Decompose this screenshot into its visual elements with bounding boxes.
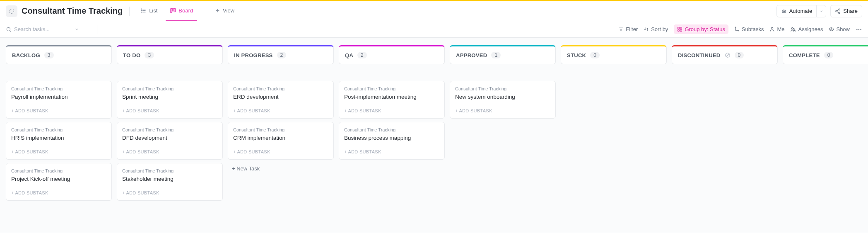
svg-point-6 — [141, 12, 142, 12]
task-card[interactable]: Consultant Time TrackingPayroll implemen… — [6, 81, 112, 119]
me-label: Me — [777, 26, 784, 32]
new-task-button[interactable]: + New Task — [228, 163, 334, 174]
group-by-button[interactable]: Group by: Status — [674, 24, 728, 34]
show-button[interactable]: Show — [829, 26, 850, 32]
group-by-label: Group by: Status — [685, 26, 725, 32]
search-input[interactable] — [14, 26, 72, 32]
subtasks-button[interactable]: Subtasks — [734, 26, 764, 32]
card-project: Consultant Time Tracking — [344, 127, 439, 132]
card-title: Business process mapping — [344, 135, 439, 141]
svg-point-5 — [141, 10, 142, 11]
add-subtask-button[interactable]: + ADD SUBTASK — [122, 190, 217, 195]
filter-button[interactable]: Filter — [618, 26, 638, 32]
me-button[interactable]: Me — [769, 26, 784, 32]
sort-button[interactable]: Sort by — [644, 26, 668, 32]
plus-icon — [215, 8, 220, 13]
add-subtask-button[interactable]: + ADD SUBTASK — [233, 149, 328, 154]
column-title: COMPLETE — [789, 52, 820, 58]
automate-caret[interactable] — [816, 5, 826, 17]
chevron-down-icon — [819, 9, 823, 13]
column-title: DISCONTINUED — [678, 52, 721, 58]
column-count: 3 — [44, 52, 54, 58]
svg-point-33 — [792, 27, 793, 29]
svg-point-35 — [831, 29, 832, 30]
more-menu-button[interactable] — [856, 26, 862, 33]
page-title: Consultant Time Tracking — [22, 6, 123, 16]
add-subtask-button[interactable]: + ADD SUBTASK — [344, 149, 439, 154]
column-header[interactable]: IN PROGRESS2 — [228, 45, 334, 64]
filter-label: Filter — [626, 26, 638, 32]
show-label: Show — [836, 26, 850, 32]
column-header[interactable]: DISCONTINUED0 — [672, 45, 778, 64]
column-cards: Consultant Time TrackingSprint meeting+ … — [117, 81, 223, 201]
add-view-label: View — [223, 7, 234, 14]
column-title: STUCK — [567, 52, 586, 58]
card-title: Sprint meeting — [122, 94, 217, 100]
sort-icon — [644, 27, 649, 32]
card-title: CRM implementation — [233, 135, 328, 141]
discontinued-icon — [725, 52, 731, 58]
subtasks-icon — [734, 27, 740, 32]
add-subtask-button[interactable]: + ADD SUBTASK — [122, 108, 217, 113]
column-header[interactable]: STUCK0 — [561, 45, 667, 64]
column-title: APPROVED — [456, 52, 487, 58]
svg-rect-7 — [171, 9, 172, 13]
add-view-button[interactable]: View — [211, 1, 239, 21]
filter-icon — [618, 27, 624, 32]
column-count: 2 — [277, 52, 287, 58]
user-icon — [769, 27, 775, 32]
divider — [129, 7, 130, 16]
column-title: TO DO — [123, 52, 140, 58]
tab-list-label: List — [149, 7, 157, 14]
column-header[interactable]: TO DO3 — [117, 45, 223, 64]
share-button[interactable]: Share — [830, 5, 862, 17]
add-subtask-button[interactable]: + ADD SUBTASK — [122, 149, 217, 154]
task-card[interactable]: Consultant Time TrackingBusiness process… — [339, 122, 445, 160]
tab-list[interactable]: List — [136, 1, 162, 21]
add-subtask-button[interactable]: + ADD SUBTASK — [11, 149, 106, 154]
column-header[interactable]: QA2 — [339, 45, 445, 64]
column-header[interactable]: APPROVED1 — [450, 45, 556, 64]
column-inprogress: IN PROGRESS2Consultant Time TrackingERD … — [228, 45, 334, 225]
add-subtask-button[interactable]: + ADD SUBTASK — [11, 108, 106, 113]
task-card[interactable]: Consultant Time TrackingPost-implementat… — [339, 81, 445, 119]
column-complete: COMPLETE0 — [783, 45, 868, 225]
column-header[interactable]: BACKLOG3 — [6, 45, 112, 64]
task-card[interactable]: Consultant Time TrackingProject Kick-off… — [6, 163, 112, 201]
automate-split-button: Automate — [776, 5, 827, 17]
tab-board[interactable]: Board — [166, 1, 197, 21]
svg-point-4 — [141, 9, 142, 9]
svg-point-36 — [856, 29, 857, 29]
add-subtask-button[interactable]: + ADD SUBTASK — [455, 108, 550, 113]
assignees-button[interactable]: Assignees — [790, 26, 823, 32]
task-card[interactable]: Consultant Time TrackingStakeholder meet… — [117, 163, 223, 201]
card-title: Project Kick-off meeting — [11, 176, 106, 182]
assignees-label: Assignees — [798, 26, 823, 32]
task-card[interactable]: Consultant Time TrackingHRIS implementat… — [6, 122, 112, 160]
list-icon — [140, 7, 147, 14]
svg-point-0 — [10, 9, 14, 13]
column-title: QA — [345, 52, 353, 58]
svg-point-21 — [7, 27, 10, 31]
share-label: Share — [843, 8, 858, 14]
chevron-down-icon[interactable] — [75, 27, 79, 32]
column-header[interactable]: COMPLETE0 — [783, 45, 868, 64]
task-card[interactable]: Consultant Time TrackingERD development+… — [228, 81, 334, 119]
task-card[interactable]: Consultant Time TrackingSprint meeting+ … — [117, 81, 223, 119]
card-project: Consultant Time Tracking — [11, 127, 106, 132]
search-box[interactable] — [6, 26, 89, 32]
users-icon — [790, 27, 796, 32]
group-icon — [677, 27, 682, 32]
add-subtask-button[interactable]: + ADD SUBTASK — [344, 108, 439, 113]
column-discontinued: DISCONTINUED0 — [672, 45, 778, 225]
task-card[interactable]: Consultant Time TrackingNew system onboa… — [450, 81, 556, 119]
share-icon — [835, 8, 841, 14]
automate-button[interactable]: Automate — [776, 5, 817, 17]
svg-line-40 — [726, 54, 729, 57]
add-subtask-button[interactable]: + ADD SUBTASK — [11, 190, 106, 195]
column-qa: QA2Consultant Time TrackingPost-implemen… — [339, 45, 445, 225]
task-card[interactable]: Consultant Time TrackingCRM implementati… — [228, 122, 334, 160]
task-card[interactable]: Consultant Time TrackingDFD development+… — [117, 122, 223, 160]
column-approved: APPROVED1Consultant Time TrackingNew sys… — [450, 45, 556, 225]
add-subtask-button[interactable]: + ADD SUBTASK — [233, 108, 328, 113]
